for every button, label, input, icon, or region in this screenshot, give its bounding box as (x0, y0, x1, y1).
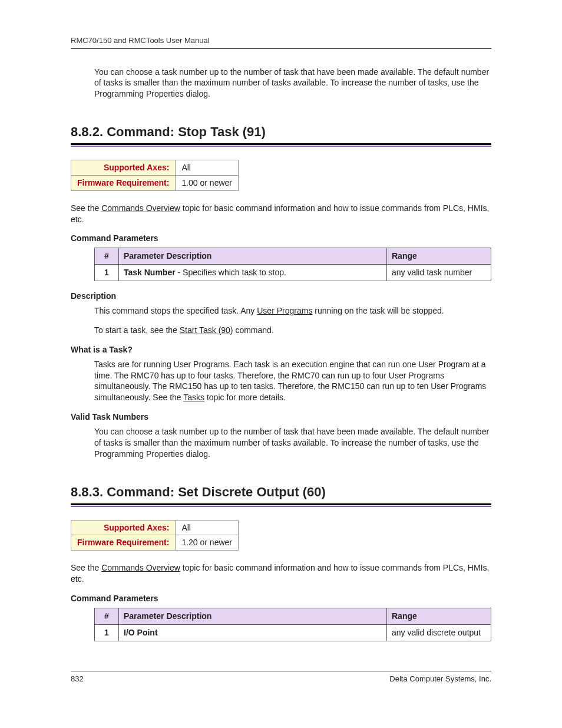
param-th-desc: Parameter Description (119, 608, 387, 624)
param-row-desc: I/O Point (119, 624, 387, 641)
section-heading-set-discrete-output: 8.8.3. Command: Set Discrete Output (60) (71, 483, 491, 505)
param-th-desc: Parameter Description (119, 248, 387, 265)
param-th-range: Range (387, 248, 491, 265)
description-p1: This command stops the specified task. A… (94, 305, 491, 317)
valid-task-numbers-heading: Valid Task Numbers (71, 411, 491, 423)
info-value-supported-axes: All (176, 160, 239, 175)
section-heading-stop-task: 8.8.2. Command: Stop Task (91) (71, 123, 491, 145)
what-is-task-para: Tasks are for running User Programs. Eac… (94, 359, 491, 404)
see-commands-overview: See the Commands Overview topic for basi… (71, 203, 491, 225)
tasks-link[interactable]: Tasks (183, 393, 204, 402)
command-parameters-heading: Command Parameters (71, 233, 491, 244)
see-commands-overview: See the Commands Overview topic for basi… (71, 562, 491, 585)
commands-overview-link[interactable]: Commands Overview (101, 563, 180, 572)
page-number: 832 (71, 674, 84, 684)
what-is-task-heading: What is a Task? (71, 344, 491, 355)
param-th-range: Range (387, 608, 491, 624)
start-task-link[interactable]: Start Task (90) (180, 325, 233, 335)
param-row-num: 1 (95, 624, 119, 641)
param-row-range: any valid task number (387, 265, 491, 281)
parameters-table-stop-task: # Parameter Description Range 1 Task Num… (94, 248, 491, 281)
param-row-range: any valid discrete output (387, 624, 491, 641)
info-label-firmware: Firmware Requirement: (71, 535, 176, 551)
info-value-firmware: 1.20 or newer (176, 535, 239, 551)
param-th-num: # (95, 248, 119, 265)
info-value-firmware: 1.00 or newer (176, 175, 239, 190)
page-header: RMC70/150 and RMCTools User Manual (71, 35, 491, 49)
info-label-firmware: Firmware Requirement: (71, 175, 176, 190)
info-table-set-discrete: Supported Axes: All Firmware Requirement… (71, 520, 239, 551)
info-label-supported-axes: Supported Axes: (71, 160, 176, 175)
commands-overview-link[interactable]: Commands Overview (101, 203, 180, 213)
param-row-desc: Task Number - Specifies which task to st… (119, 265, 387, 281)
intro-paragraph: You can choose a task number up to the n… (94, 67, 491, 100)
param-row-num: 1 (95, 265, 119, 281)
valid-task-numbers-para: You can choose a task number up to the n… (94, 426, 491, 460)
info-table-stop-task: Supported Axes: All Firmware Requirement… (71, 160, 239, 191)
info-value-supported-axes: All (176, 520, 239, 535)
user-programs-link[interactable]: User Programs (257, 306, 312, 315)
description-heading: Description (71, 291, 491, 302)
parameters-table-set-discrete: # Parameter Description Range 1 I/O Poin… (94, 608, 491, 641)
page-footer: 832 Delta Computer Systems, Inc. (71, 671, 491, 684)
section-rule (71, 506, 491, 507)
param-th-num: # (95, 608, 119, 624)
description-p2: To start a task, see the Start Task (90)… (94, 325, 491, 336)
info-label-supported-axes: Supported Axes: (71, 520, 176, 535)
section-rule (71, 146, 491, 147)
command-parameters-heading: Command Parameters (71, 593, 491, 604)
company-name: Delta Computer Systems, Inc. (389, 674, 491, 684)
